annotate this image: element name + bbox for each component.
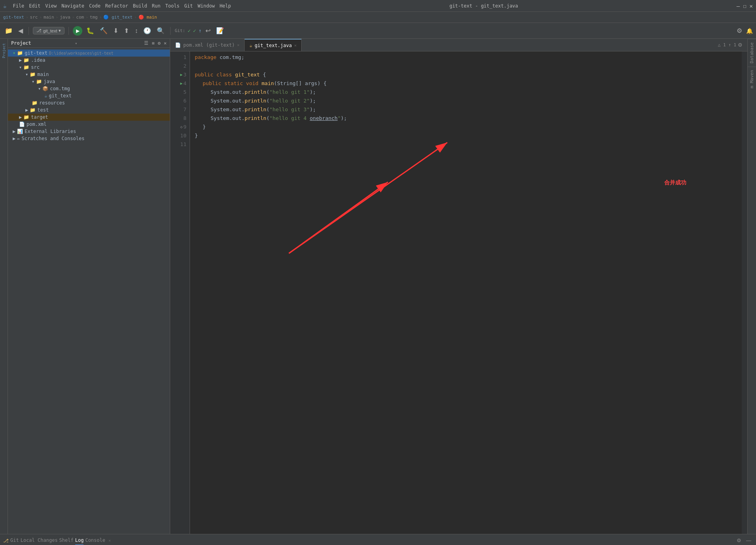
- rollback-btn[interactable]: ↩: [204, 26, 212, 35]
- sidebar-project-icon[interactable]: Project: [1, 42, 7, 59]
- merge-success-annotation: 合并成功: [664, 178, 686, 187]
- tree-item-main[interactable]: ▾ 📁 main: [8, 71, 170, 78]
- bottom-panel: ⎇ Git Local Changes Shelf Log Console ✕ …: [0, 534, 756, 545]
- breadcrumb-item[interactable]: com: [76, 15, 84, 20]
- tab-git[interactable]: Git: [10, 536, 19, 545]
- tree-item-com-tmg[interactable]: ▾ 📦 com.tmg: [8, 85, 170, 92]
- tree-item-target[interactable]: ▶ 📁 target: [8, 114, 170, 121]
- tree-item-resources[interactable]: 📁 resources: [8, 99, 170, 106]
- panel-collapse-icon[interactable]: ☰: [144, 40, 148, 46]
- menu-navigate[interactable]: Navigate: [61, 3, 84, 9]
- git-history-btn[interactable]: 🕐: [142, 26, 153, 35]
- tree-item-src[interactable]: ▾ 📁 src: [8, 64, 170, 71]
- tab-git-text-java[interactable]: ☕ git_text.java ✕: [245, 39, 302, 51]
- tab-local-changes[interactable]: Local Changes: [21, 536, 58, 545]
- menu-run[interactable]: Run: [152, 3, 161, 9]
- tree-item-root[interactable]: ▾ 📁 git-text D:\idea\workspaces\git-text: [8, 49, 170, 57]
- menu-tools[interactable]: Tools: [165, 3, 179, 9]
- close-button[interactable]: ✕: [750, 3, 753, 9]
- menu-file[interactable]: File: [13, 3, 24, 9]
- git-pull-btn[interactable]: ↕: [133, 27, 139, 35]
- file-tree: ▾ 📁 git-text D:\idea\workspaces\git-text…: [8, 48, 170, 534]
- minimize-panel-btn[interactable]: —: [745, 537, 753, 544]
- code-content[interactable]: package com.tmg; public class git_text {…: [190, 51, 742, 534]
- editor-settings-btn[interactable]: ⚙: [736, 41, 744, 49]
- tree-item-test[interactable]: ▶ 📁 test: [8, 106, 170, 114]
- git-push-btn[interactable]: ⬆: [122, 26, 131, 35]
- breadcrumb-item[interactable]: main: [44, 15, 54, 20]
- toolbar-project-btn[interactable]: 📁: [3, 26, 14, 35]
- tab-shelf[interactable]: Shelf: [59, 536, 74, 545]
- code-line-2: [195, 62, 737, 70]
- menu-bar[interactable]: File Edit View Navigate Code Refactor Bu…: [13, 3, 231, 9]
- xml-file-icon: 📄: [19, 122, 25, 127]
- maximize-button[interactable]: ☐: [743, 3, 746, 9]
- menu-window[interactable]: Window: [198, 3, 215, 9]
- breadcrumb-item[interactable]: tmg: [90, 15, 98, 20]
- git-tab-section: ⎇ Git Local Changes Shelf Log Console ✕: [3, 536, 111, 545]
- git-push-icon: ↑: [199, 28, 202, 34]
- line-num-8: 8: [172, 114, 186, 123]
- line-numbers: 1 2 ▶ 3 ▶ 4 5 6 7 8 ◇ 9 10 11: [170, 51, 190, 534]
- menu-help[interactable]: Help: [220, 3, 231, 9]
- git-fetch-btn[interactable]: ⬇: [112, 26, 120, 35]
- tree-item-pom[interactable]: 📄 pom.xml: [8, 121, 170, 128]
- menu-git[interactable]: Git: [184, 3, 193, 9]
- code-line-4: public static void main(String[] args) {: [195, 79, 737, 88]
- tree-item-scratches[interactable]: ▶ ✏ Scratches and Consoles: [8, 135, 170, 142]
- branch-selector[interactable]: ⎇ git_text ▾: [33, 27, 65, 34]
- tab-log[interactable]: Log: [75, 536, 84, 545]
- git-label: Git:: [175, 28, 185, 33]
- build-button[interactable]: 🔨: [98, 26, 109, 35]
- database-tab[interactable]: Database: [748, 39, 756, 66]
- tree-item-name: main: [37, 72, 49, 77]
- bottom-toolbar-right: ⚙ —: [735, 537, 753, 544]
- left-sidebar: Project: [0, 39, 8, 534]
- tab-console[interactable]: Console: [85, 536, 105, 545]
- window-controls[interactable]: — ☐ ✕: [737, 3, 753, 9]
- dropdown-icon[interactable]: ▾: [75, 41, 77, 46]
- run-button[interactable]: ▶: [73, 26, 82, 36]
- tree-item-external-libs[interactable]: ▶ 📊 External Libraries: [8, 128, 170, 135]
- breadcrumb-item[interactable]: git-text: [3, 15, 24, 20]
- toolbar-back-btn[interactable]: ◀: [17, 26, 25, 35]
- run-gutter-icon-3[interactable]: ▶: [180, 70, 182, 79]
- bottom-tabs: ⎇ Git Local Changes Shelf Log Console ✕ …: [0, 534, 756, 545]
- debug-button[interactable]: 🐛: [85, 26, 96, 35]
- search-everywhere-btn[interactable]: 🔍: [155, 26, 166, 35]
- tab-pom-xml[interactable]: 📄 pom.xml (git-text) ✕: [170, 39, 245, 51]
- run-gutter-icon-4[interactable]: ▶: [180, 79, 182, 88]
- java-file-icon: ☕: [44, 93, 47, 99]
- tree-item-java[interactable]: ▾ 📁 java: [8, 78, 170, 85]
- settings-icon-btn[interactable]: ⚙: [735, 537, 743, 544]
- svg-line-0: [289, 182, 388, 253]
- tab-close-icon-2[interactable]: ✕: [294, 43, 296, 47]
- menu-view[interactable]: View: [45, 3, 57, 9]
- tree-item-idea[interactable]: ▶ 📁 .idea: [8, 57, 170, 64]
- tab-close-icon[interactable]: ✕: [237, 43, 239, 47]
- notification-icon[interactable]: 🔔: [746, 28, 753, 34]
- folder-expand-icon: ▾: [19, 65, 22, 70]
- maven-tab[interactable]: m Maven: [748, 66, 756, 91]
- minimize-button[interactable]: —: [737, 3, 740, 9]
- menu-edit[interactable]: Edit: [29, 3, 40, 9]
- breadcrumb-item[interactable]: src: [30, 15, 38, 20]
- console-close-icon[interactable]: ✕: [108, 538, 111, 543]
- breadcrumb-item[interactable]: java: [60, 15, 70, 20]
- settings-btn[interactable]: ⚙: [735, 26, 744, 35]
- panel-gear-icon[interactable]: ⚙: [158, 40, 161, 46]
- tab-bar: 📄 pom.xml (git-text) ✕ ☕ git_text.java ✕…: [170, 39, 747, 51]
- panel-close-icon[interactable]: ✕: [164, 40, 167, 46]
- breadcrumb-item[interactable]: 🔵 git_text: [103, 15, 133, 20]
- panel-settings-icon[interactable]: ≡: [152, 40, 154, 46]
- menu-refactor[interactable]: Refactor: [105, 3, 128, 9]
- breadcrumb-item[interactable]: 🔴 main: [139, 15, 157, 20]
- editor-scrollbar[interactable]: [742, 51, 747, 534]
- menu-build[interactable]: Build: [133, 3, 147, 9]
- code-line-9: }: [195, 123, 737, 131]
- tree-item-git-text-java[interactable]: ☕ git_text: [8, 92, 170, 99]
- annotate-btn[interactable]: 📝: [215, 26, 226, 35]
- menu-code[interactable]: Code: [89, 3, 101, 9]
- tree-item-name: com.tmg: [50, 86, 70, 91]
- code-editor[interactable]: 1 2 ▶ 3 ▶ 4 5 6 7 8 ◇ 9 10 11: [170, 51, 747, 534]
